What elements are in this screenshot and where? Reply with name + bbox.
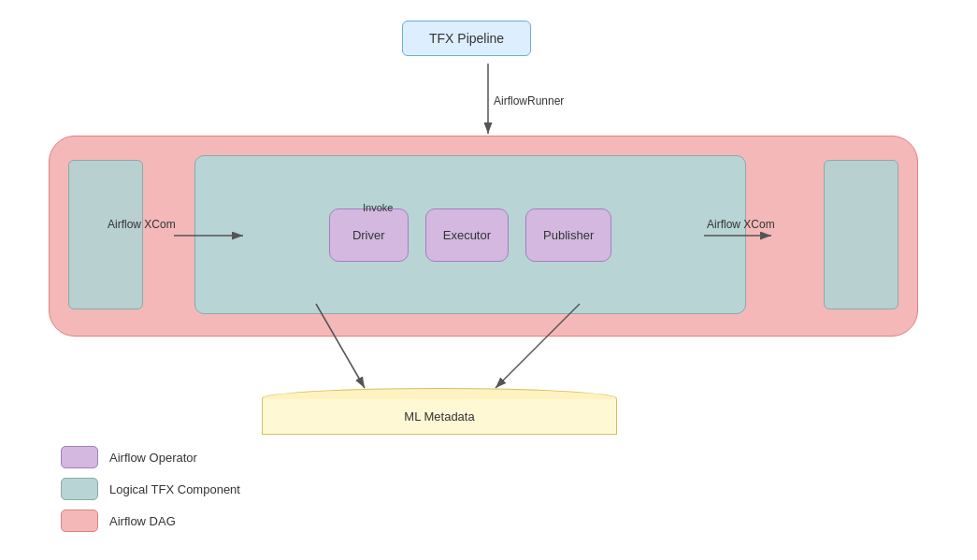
driver-box: Driver [329, 208, 409, 262]
ml-metadata-body: ML Metadata [262, 399, 617, 435]
ml-metadata-wrap: ML Metadata [262, 388, 617, 444]
publisher-box: Publisher [525, 208, 611, 262]
legend-airflow-dag-label: Airflow DAG [109, 514, 176, 528]
tfx-component-box: Driver Executor Publisher [194, 155, 746, 314]
legend-airflow-operator: Airflow Operator [61, 446, 240, 468]
dag-left-component [68, 160, 143, 309]
legend-logical-tfx: Logical TFX Component [61, 478, 240, 500]
diagram-container: TFX Pipeline Driver Executor Publisher M [0, 0, 977, 560]
tfx-pipeline-box: TFX Pipeline [402, 21, 531, 56]
legend-box-purple [61, 446, 98, 468]
executor-box: Executor [425, 208, 509, 262]
tfx-pipeline-label: TFX Pipeline [429, 31, 504, 46]
legend-airflow-operator-label: Airflow Operator [109, 451, 197, 465]
legend-logical-tfx-label: Logical TFX Component [109, 482, 240, 496]
airflow-dag-box: Driver Executor Publisher [49, 136, 918, 337]
ml-metadata-label: ML Metadata [404, 409, 474, 424]
legend: Airflow Operator Logical TFX Component A… [61, 446, 240, 532]
legend-box-teal [61, 478, 98, 500]
legend-airflow-dag: Airflow DAG [61, 510, 240, 532]
airflow-runner-label: AirflowRunner [494, 94, 564, 108]
legend-box-pink [61, 510, 98, 532]
dag-right-component [824, 160, 898, 309]
